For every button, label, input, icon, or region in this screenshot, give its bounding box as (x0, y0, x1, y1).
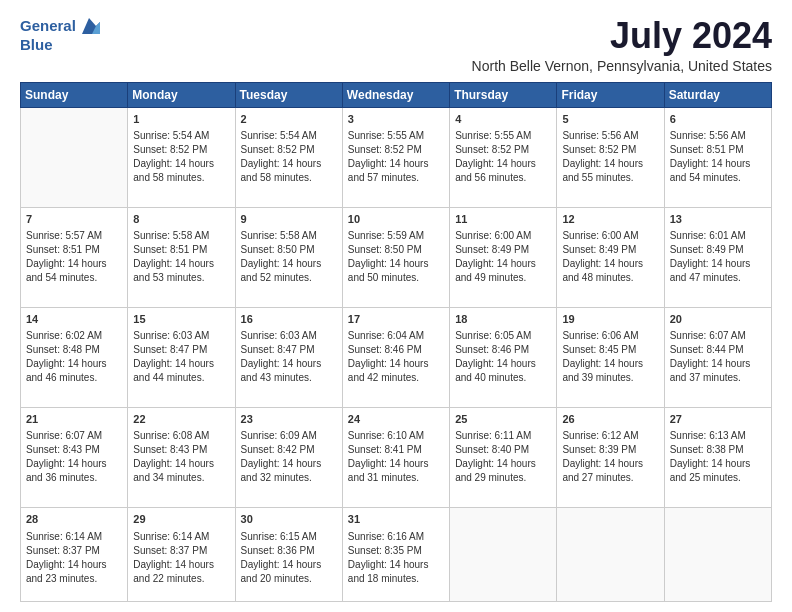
sunset-text: Sunset: 8:52 PM (133, 143, 229, 157)
calendar-table: SundayMondayTuesdayWednesdayThursdayFrid… (20, 82, 772, 602)
calendar-cell (450, 508, 557, 602)
logo-general-text: General (20, 17, 76, 34)
sunrise-text: Sunrise: 6:01 AM (670, 229, 766, 243)
sunset-text: Sunset: 8:43 PM (133, 443, 229, 457)
daylight-text: Daylight: 14 hours and 54 minutes. (26, 257, 122, 285)
sunset-text: Sunset: 8:52 PM (455, 143, 551, 157)
daylight-text: Daylight: 14 hours and 39 minutes. (562, 357, 658, 385)
sunset-text: Sunset: 8:35 PM (348, 544, 444, 558)
calendar-cell: 13Sunrise: 6:01 AMSunset: 8:49 PMDayligh… (664, 207, 771, 307)
sunrise-text: Sunrise: 6:07 AM (670, 329, 766, 343)
calendar-week-row: 7Sunrise: 5:57 AMSunset: 8:51 PMDaylight… (21, 207, 772, 307)
calendar-cell: 1Sunrise: 5:54 AMSunset: 8:52 PMDaylight… (128, 107, 235, 207)
sunrise-text: Sunrise: 6:11 AM (455, 429, 551, 443)
day-number: 10 (348, 212, 444, 227)
sunrise-text: Sunrise: 5:54 AM (133, 129, 229, 143)
sunrise-text: Sunrise: 5:59 AM (348, 229, 444, 243)
sunset-text: Sunset: 8:45 PM (562, 343, 658, 357)
sunrise-text: Sunrise: 5:56 AM (562, 129, 658, 143)
sunset-text: Sunset: 8:40 PM (455, 443, 551, 457)
sunset-text: Sunset: 8:50 PM (348, 243, 444, 257)
sunrise-text: Sunrise: 5:58 AM (241, 229, 337, 243)
day-header-sunday: Sunday (21, 82, 128, 107)
sunset-text: Sunset: 8:49 PM (562, 243, 658, 257)
calendar-cell: 11Sunrise: 6:00 AMSunset: 8:49 PMDayligh… (450, 207, 557, 307)
daylight-text: Daylight: 14 hours and 52 minutes. (241, 257, 337, 285)
subtitle: North Belle Vernon, Pennsylvania, United… (472, 58, 772, 74)
sunrise-text: Sunrise: 5:56 AM (670, 129, 766, 143)
calendar-cell (21, 107, 128, 207)
sunrise-text: Sunrise: 6:07 AM (26, 429, 122, 443)
sunset-text: Sunset: 8:36 PM (241, 544, 337, 558)
day-number: 2 (241, 112, 337, 127)
day-number: 24 (348, 412, 444, 427)
sunrise-text: Sunrise: 6:16 AM (348, 530, 444, 544)
sunset-text: Sunset: 8:48 PM (26, 343, 122, 357)
header: General Blue July 2024 North Belle Verno… (20, 16, 772, 74)
sunrise-text: Sunrise: 6:10 AM (348, 429, 444, 443)
calendar-cell: 10Sunrise: 5:59 AMSunset: 8:50 PMDayligh… (342, 207, 449, 307)
logo-text: General Blue (20, 16, 100, 54)
daylight-text: Daylight: 14 hours and 42 minutes. (348, 357, 444, 385)
calendar-cell: 6Sunrise: 5:56 AMSunset: 8:51 PMDaylight… (664, 107, 771, 207)
calendar-cell: 9Sunrise: 5:58 AMSunset: 8:50 PMDaylight… (235, 207, 342, 307)
daylight-text: Daylight: 14 hours and 37 minutes. (670, 357, 766, 385)
day-number: 6 (670, 112, 766, 127)
sunset-text: Sunset: 8:51 PM (133, 243, 229, 257)
calendar-week-row: 28Sunrise: 6:14 AMSunset: 8:37 PMDayligh… (21, 508, 772, 602)
daylight-text: Daylight: 14 hours and 36 minutes. (26, 457, 122, 485)
sunset-text: Sunset: 8:37 PM (133, 544, 229, 558)
sunset-text: Sunset: 8:51 PM (670, 143, 766, 157)
daylight-text: Daylight: 14 hours and 43 minutes. (241, 357, 337, 385)
sunrise-text: Sunrise: 6:03 AM (241, 329, 337, 343)
calendar-cell: 7Sunrise: 5:57 AMSunset: 8:51 PMDaylight… (21, 207, 128, 307)
sunset-text: Sunset: 8:43 PM (26, 443, 122, 457)
sunrise-text: Sunrise: 6:06 AM (562, 329, 658, 343)
sunrise-text: Sunrise: 6:03 AM (133, 329, 229, 343)
calendar-cell: 12Sunrise: 6:00 AMSunset: 8:49 PMDayligh… (557, 207, 664, 307)
day-number: 26 (562, 412, 658, 427)
sunrise-text: Sunrise: 6:00 AM (562, 229, 658, 243)
daylight-text: Daylight: 14 hours and 49 minutes. (455, 257, 551, 285)
day-number: 16 (241, 312, 337, 327)
calendar-cell: 20Sunrise: 6:07 AMSunset: 8:44 PMDayligh… (664, 307, 771, 407)
sunset-text: Sunset: 8:52 PM (348, 143, 444, 157)
calendar-cell: 24Sunrise: 6:10 AMSunset: 8:41 PMDayligh… (342, 408, 449, 508)
sunrise-text: Sunrise: 6:09 AM (241, 429, 337, 443)
logo-icon (78, 16, 100, 36)
calendar-cell: 21Sunrise: 6:07 AMSunset: 8:43 PMDayligh… (21, 408, 128, 508)
day-number: 9 (241, 212, 337, 227)
calendar-cell: 30Sunrise: 6:15 AMSunset: 8:36 PMDayligh… (235, 508, 342, 602)
day-number: 19 (562, 312, 658, 327)
daylight-text: Daylight: 14 hours and 27 minutes. (562, 457, 658, 485)
logo: General Blue (20, 16, 100, 54)
title-area: July 2024 North Belle Vernon, Pennsylvan… (472, 16, 772, 74)
daylight-text: Daylight: 14 hours and 20 minutes. (241, 558, 337, 586)
sunset-text: Sunset: 8:49 PM (455, 243, 551, 257)
day-header-monday: Monday (128, 82, 235, 107)
daylight-text: Daylight: 14 hours and 31 minutes. (348, 457, 444, 485)
day-number: 12 (562, 212, 658, 227)
day-number: 15 (133, 312, 229, 327)
daylight-text: Daylight: 14 hours and 40 minutes. (455, 357, 551, 385)
calendar-cell: 31Sunrise: 6:16 AMSunset: 8:35 PMDayligh… (342, 508, 449, 602)
calendar-week-row: 21Sunrise: 6:07 AMSunset: 8:43 PMDayligh… (21, 408, 772, 508)
day-number: 3 (348, 112, 444, 127)
sunset-text: Sunset: 8:38 PM (670, 443, 766, 457)
sunset-text: Sunset: 8:51 PM (26, 243, 122, 257)
calendar-page: General Blue July 2024 North Belle Verno… (0, 0, 792, 612)
daylight-text: Daylight: 14 hours and 55 minutes. (562, 157, 658, 185)
day-number: 29 (133, 512, 229, 527)
sunrise-text: Sunrise: 6:08 AM (133, 429, 229, 443)
day-header-tuesday: Tuesday (235, 82, 342, 107)
sunset-text: Sunset: 8:39 PM (562, 443, 658, 457)
sunrise-text: Sunrise: 5:54 AM (241, 129, 337, 143)
day-number: 1 (133, 112, 229, 127)
day-header-wednesday: Wednesday (342, 82, 449, 107)
sunset-text: Sunset: 8:52 PM (241, 143, 337, 157)
calendar-cell: 14Sunrise: 6:02 AMSunset: 8:48 PMDayligh… (21, 307, 128, 407)
day-number: 31 (348, 512, 444, 527)
daylight-text: Daylight: 14 hours and 22 minutes. (133, 558, 229, 586)
day-header-thursday: Thursday (450, 82, 557, 107)
sunset-text: Sunset: 8:47 PM (241, 343, 337, 357)
